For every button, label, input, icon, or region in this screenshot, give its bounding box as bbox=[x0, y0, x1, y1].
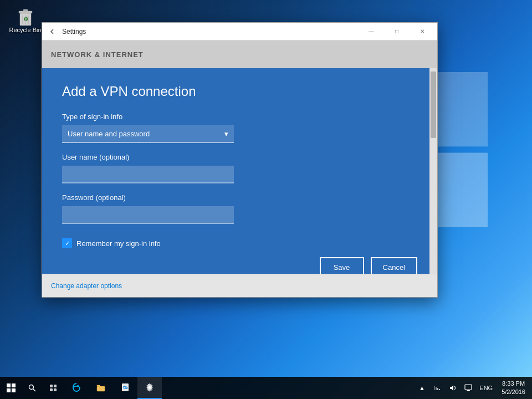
adapter-options-link[interactable]: Change adapter options bbox=[51, 282, 122, 290]
action-center-icon[interactable] bbox=[462, 377, 475, 399]
window-controls: — □ ✕ bbox=[359, 23, 435, 40]
svg-point-11 bbox=[29, 385, 34, 390]
edge-pin[interactable] bbox=[64, 377, 89, 399]
password-label: Password (optional) bbox=[62, 193, 417, 202]
username-label: User name (optional) bbox=[62, 153, 417, 161]
svg-rect-16 bbox=[54, 388, 57, 391]
save-button[interactable]: Save bbox=[320, 257, 364, 274]
svg-rect-14 bbox=[54, 385, 57, 387]
svg-rect-22 bbox=[436, 387, 437, 390]
remember-checkbox-row: ✓ Remember my sign-in info bbox=[62, 238, 417, 248]
taskbar: 🛍 ▲ bbox=[0, 377, 532, 399]
svg-rect-24 bbox=[439, 389, 440, 390]
titlebar: Settings — □ ✕ bbox=[42, 23, 437, 40]
vpn-area: Add a VPN connection Type of sign-in inf… bbox=[42, 68, 437, 274]
search-button[interactable] bbox=[22, 377, 42, 399]
store-pin[interactable]: 🛍 bbox=[113, 377, 137, 399]
windows-logo-icon bbox=[7, 383, 16, 392]
back-button[interactable] bbox=[44, 24, 60, 39]
window-content: NETWORK & INTERNET Add a VPN connection … bbox=[42, 40, 437, 297]
settings-pin[interactable] bbox=[137, 377, 162, 399]
checkmark-icon: ✓ bbox=[65, 240, 70, 247]
svg-rect-1 bbox=[19, 11, 32, 13]
sign-in-type-label: Type of sign-in info bbox=[62, 112, 417, 121]
svg-rect-2 bbox=[23, 9, 28, 11]
remember-checkbox[interactable]: ✓ bbox=[62, 238, 72, 248]
volume-icon[interactable] bbox=[446, 377, 459, 399]
scrollbar-thumb[interactable] bbox=[431, 71, 436, 138]
settings-header-text: NETWORK & INTERNET bbox=[51, 50, 144, 59]
close-button[interactable]: ✕ bbox=[410, 23, 435, 40]
cancel-button[interactable]: Cancel bbox=[371, 257, 417, 274]
remember-label: Remember my sign-in info bbox=[76, 239, 161, 248]
svg-rect-25 bbox=[465, 385, 472, 390]
clock-time: 8:33 PM bbox=[502, 380, 525, 388]
svg-rect-21 bbox=[434, 386, 435, 390]
system-clock[interactable]: 8:33 PM 5/2/2016 bbox=[497, 377, 530, 399]
username-group: User name (optional) bbox=[62, 153, 417, 183]
task-view-button[interactable] bbox=[42, 377, 64, 399]
start-button[interactable] bbox=[0, 377, 22, 399]
maximize-button[interactable]: □ bbox=[384, 23, 410, 40]
sign-in-type-group: Type of sign-in info User name and passw… bbox=[62, 112, 417, 143]
svg-rect-17 bbox=[97, 386, 105, 391]
sign-in-type-dropdown[interactable]: User name and password ▾ bbox=[62, 125, 234, 143]
taskbar-pinned-apps: 🛍 bbox=[64, 377, 415, 399]
settings-header: NETWORK & INTERNET bbox=[42, 40, 437, 68]
svg-line-12 bbox=[33, 389, 36, 392]
vpn-form-title: Add a VPN connection bbox=[62, 84, 417, 99]
svg-rect-23 bbox=[437, 388, 438, 390]
settings-bottom-bar: Change adapter options bbox=[42, 274, 437, 297]
username-input[interactable] bbox=[62, 166, 234, 183]
sign-in-type-value: User name and password bbox=[68, 130, 150, 138]
recycle-bin-label: Recycle Bin bbox=[9, 27, 41, 33]
svg-rect-13 bbox=[50, 385, 53, 387]
password-input[interactable] bbox=[62, 206, 234, 224]
window-title: Settings bbox=[62, 28, 359, 35]
password-group: Password (optional) bbox=[62, 193, 417, 224]
svg-text:🛍: 🛍 bbox=[123, 385, 127, 390]
minimize-button[interactable]: — bbox=[359, 23, 384, 40]
network-icon[interactable] bbox=[431, 377, 444, 399]
scrollbar[interactable] bbox=[429, 68, 437, 274]
form-buttons: Save Cancel bbox=[62, 248, 417, 274]
settings-window: Settings — □ ✕ NETWORK & INTERNET Add a … bbox=[42, 22, 438, 298]
svg-rect-26 bbox=[467, 390, 470, 391]
svg-rect-15 bbox=[50, 388, 53, 391]
system-tray: ▲ bbox=[415, 377, 532, 399]
recycle-bin-icon[interactable]: ♻ Recycle Bin bbox=[4, 4, 46, 33]
chevron-down-icon: ▾ bbox=[224, 130, 228, 138]
clock-date: 5/2/2016 bbox=[502, 388, 525, 396]
language-indicator[interactable]: ENG bbox=[477, 385, 495, 391]
chevron-up-icon[interactable]: ▲ bbox=[415, 377, 428, 399]
file-explorer-pin[interactable] bbox=[89, 377, 113, 399]
desktop: ♻ Recycle Bin Settings — □ ✕ bbox=[0, 0, 532, 399]
